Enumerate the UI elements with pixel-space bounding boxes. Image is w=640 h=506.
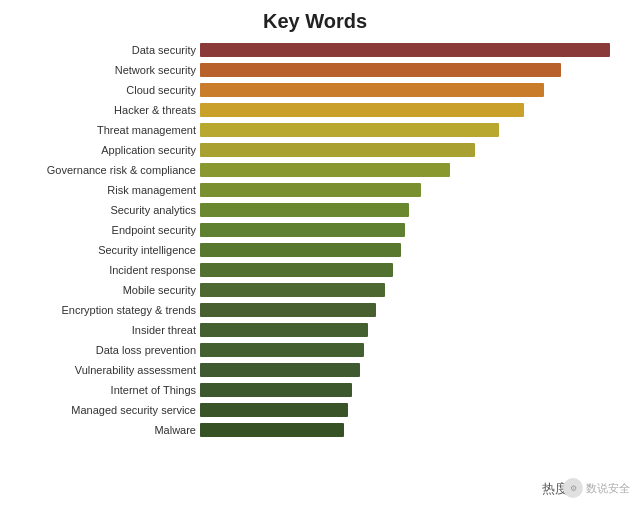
bar-label: Network security	[10, 64, 200, 76]
bar-track	[200, 103, 620, 117]
bar-fill	[200, 223, 405, 237]
bar-fill	[200, 303, 376, 317]
bar-label: Threat management	[10, 124, 200, 136]
bar-row: Data security	[10, 41, 620, 59]
bar-row: Mobile security	[10, 281, 620, 299]
bar-row: Encryption stategy & trends	[10, 301, 620, 319]
bar-fill	[200, 383, 352, 397]
bar-label: Risk management	[10, 184, 200, 196]
bar-fill	[200, 163, 450, 177]
bar-label: Encryption stategy & trends	[10, 304, 200, 316]
bar-label: Insider threat	[10, 324, 200, 336]
bar-fill	[200, 263, 393, 277]
bar-label: Governance risk & compliance	[10, 164, 200, 176]
bar-row: Data loss prevention	[10, 341, 620, 359]
watermark-icon: ⚙	[563, 478, 583, 498]
bar-label: Incident response	[10, 264, 200, 276]
bar-fill	[200, 203, 409, 217]
bar-fill	[200, 103, 524, 117]
bar-fill	[200, 283, 385, 297]
bar-row: Endpoint security	[10, 221, 620, 239]
bar-track	[200, 163, 620, 177]
bar-track	[200, 363, 620, 377]
bar-track	[200, 343, 620, 357]
bar-track	[200, 323, 620, 337]
bar-label: Application security	[10, 144, 200, 156]
bar-label: Data security	[10, 44, 200, 56]
bar-track	[200, 43, 620, 57]
bar-track	[200, 123, 620, 137]
bar-track	[200, 183, 620, 197]
bar-row: Application security	[10, 141, 620, 159]
bar-label: Security analytics	[10, 204, 200, 216]
watermark-text: 数说安全	[586, 481, 630, 496]
bar-row: Insider threat	[10, 321, 620, 339]
bar-track	[200, 243, 620, 257]
bar-fill	[200, 423, 344, 437]
bar-track	[200, 423, 620, 437]
bar-row: Security intelligence	[10, 241, 620, 259]
bar-track	[200, 143, 620, 157]
bar-track	[200, 283, 620, 297]
bar-fill	[200, 243, 401, 257]
bar-track	[200, 383, 620, 397]
bar-fill	[200, 363, 360, 377]
bar-label: Hacker & threats	[10, 104, 200, 116]
bar-label: Vulnerability assessment	[10, 364, 200, 376]
bar-row: Hacker & threats	[10, 101, 620, 119]
bar-row: Threat management	[10, 121, 620, 139]
bar-row: Risk management	[10, 181, 620, 199]
bar-label: Internet of Things	[10, 384, 200, 396]
bar-fill	[200, 43, 610, 57]
bar-row: Network security	[10, 61, 620, 79]
bar-track	[200, 203, 620, 217]
bar-fill	[200, 403, 348, 417]
bar-track	[200, 223, 620, 237]
bar-fill	[200, 343, 364, 357]
bar-label: Data loss prevention	[10, 344, 200, 356]
bar-fill	[200, 63, 561, 77]
bar-row: Internet of Things	[10, 381, 620, 399]
bar-track	[200, 63, 620, 77]
bar-label: Cloud security	[10, 84, 200, 96]
bar-row: Vulnerability assessment	[10, 361, 620, 379]
bars-area: Data securityNetwork securityCloud secur…	[10, 41, 620, 439]
bar-row: Managed security service	[10, 401, 620, 419]
bar-label: Mobile security	[10, 284, 200, 296]
bar-track	[200, 263, 620, 277]
bar-row: Security analytics	[10, 201, 620, 219]
bar-label: Managed security service	[10, 404, 200, 416]
bar-label: Malware	[10, 424, 200, 436]
bar-track	[200, 83, 620, 97]
bar-fill	[200, 183, 421, 197]
bar-track	[200, 303, 620, 317]
bar-row: Cloud security	[10, 81, 620, 99]
bar-label: Endpoint security	[10, 224, 200, 236]
chart-title: Key Words	[10, 10, 620, 33]
chart-container: Key Words Data securityNetwork securityC…	[0, 0, 640, 506]
bar-row: Incident response	[10, 261, 620, 279]
bar-row: Governance risk & compliance	[10, 161, 620, 179]
bar-label: Security intelligence	[10, 244, 200, 256]
bar-track	[200, 403, 620, 417]
bar-fill	[200, 143, 475, 157]
watermark: ⚙ 数说安全	[563, 478, 630, 498]
bar-fill	[200, 83, 544, 97]
bar-fill	[200, 323, 368, 337]
bar-row: Malware	[10, 421, 620, 439]
bar-fill	[200, 123, 499, 137]
